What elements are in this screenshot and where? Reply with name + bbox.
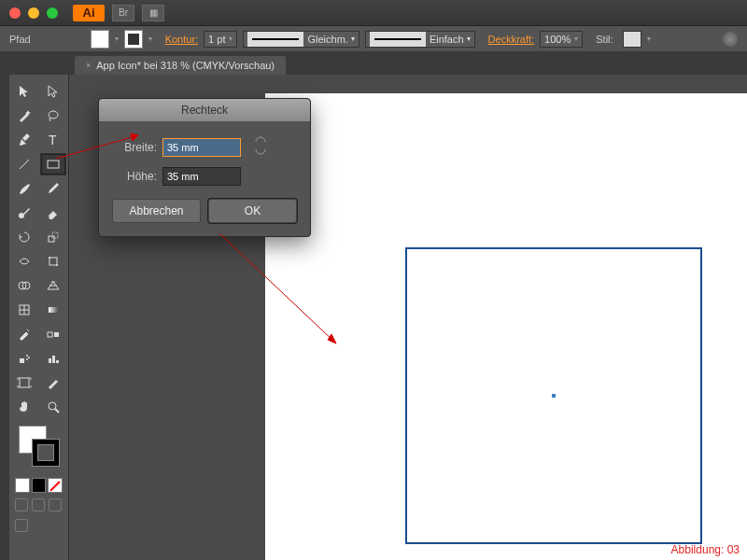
screen-mode-row xyxy=(9,515,68,536)
svg-point-9 xyxy=(56,264,58,266)
svg-line-27 xyxy=(55,409,59,413)
line-tool[interactable] xyxy=(11,153,38,175)
slice-tool[interactable] xyxy=(40,371,67,394)
eraser-tool[interactable] xyxy=(40,202,67,224)
svg-line-2 xyxy=(20,160,29,169)
svg-rect-17 xyxy=(54,332,59,337)
svg-rect-22 xyxy=(49,358,51,363)
lasso-tool[interactable] xyxy=(40,105,67,127)
titlebar: Ai Br ▦ xyxy=(0,0,747,26)
svg-marker-29 xyxy=(131,133,138,141)
stroke-profile-select[interactable]: Gleichm.▾ xyxy=(243,31,359,48)
svg-rect-16 xyxy=(48,332,52,337)
gradient-tool[interactable] xyxy=(40,299,67,321)
svg-rect-24 xyxy=(56,360,59,363)
selected-rectangle-shape[interactable] xyxy=(405,247,702,544)
dialog-title: Rechteck xyxy=(99,99,310,121)
width-input[interactable] xyxy=(162,138,241,157)
arrange-docs-button[interactable]: ▦ xyxy=(142,5,164,21)
selection-tool[interactable] xyxy=(11,80,38,103)
document-tab[interactable]: × App Icon* bei 318 % (CMYK/Vorschau) xyxy=(75,56,286,75)
stroke-weight-select[interactable]: 1 pt xyxy=(204,31,237,48)
mesh-tool[interactable] xyxy=(11,299,38,321)
fill-stroke-control[interactable] xyxy=(9,420,68,476)
artboard-tool[interactable] xyxy=(11,371,38,394)
zoom-tool[interactable] xyxy=(40,396,67,418)
stroke-weight-value: 1 pt xyxy=(208,34,225,45)
screen-mode-button[interactable] xyxy=(15,519,28,532)
eyedropper-tool[interactable] xyxy=(11,323,38,345)
svg-rect-7 xyxy=(49,258,57,265)
close-tab-icon[interactable]: × xyxy=(86,61,91,70)
svg-rect-6 xyxy=(52,232,58,238)
shape-builder-tool[interactable] xyxy=(11,274,38,297)
hand-tool[interactable] xyxy=(11,396,38,418)
blend-tool[interactable] xyxy=(40,323,67,345)
brush-preview-icon xyxy=(370,32,426,47)
height-label: Höhe: xyxy=(112,170,157,183)
color-mode-none[interactable] xyxy=(48,478,63,493)
free-transform-tool[interactable] xyxy=(40,250,67,273)
figure-caption: Abbildung: 03 xyxy=(671,543,740,556)
bridge-button[interactable]: Br xyxy=(112,5,134,21)
scale-tool[interactable] xyxy=(40,226,67,248)
constrain-proportions-icon[interactable] xyxy=(254,136,267,158)
window-controls xyxy=(9,7,58,19)
minimize-window-button[interactable] xyxy=(28,7,39,19)
svg-point-20 xyxy=(28,357,30,358)
stroke-color-icon[interactable] xyxy=(32,439,60,467)
stroke-dropdown-icon[interactable]: ▾ xyxy=(148,35,152,43)
stroke-label[interactable]: Kontur: xyxy=(165,34,198,45)
svg-marker-31 xyxy=(328,334,336,343)
color-mode-gradient[interactable] xyxy=(32,478,47,493)
svg-line-28 xyxy=(56,135,138,159)
control-bar: Pfad ▾ ▾ Kontur: 1 pt Gleichm.▾ Einfach▾… xyxy=(0,26,747,52)
paintbrush-tool[interactable] xyxy=(11,177,38,200)
draw-normal-button[interactable] xyxy=(15,498,28,511)
draw-inside-button[interactable] xyxy=(49,498,62,511)
svg-point-4 xyxy=(19,213,24,218)
svg-point-8 xyxy=(49,257,50,259)
direct-selection-tool[interactable] xyxy=(40,80,67,103)
close-window-button[interactable] xyxy=(9,7,21,19)
svg-rect-25 xyxy=(20,378,29,387)
svg-line-30 xyxy=(219,233,336,343)
maximize-window-button[interactable] xyxy=(47,7,58,19)
tab-title: App Icon* bei 318 % (CMYK/Vorschau) xyxy=(96,60,275,71)
annotation-arrow-2 xyxy=(219,233,345,355)
cancel-button[interactable]: Abbrechen xyxy=(112,199,201,223)
opacity-select[interactable]: 100% xyxy=(540,31,583,48)
stroke-swatch[interactable] xyxy=(124,30,143,49)
perspective-grid-tool[interactable] xyxy=(40,274,67,297)
svg-rect-15 xyxy=(49,307,58,313)
style-dropdown-icon[interactable]: ▾ xyxy=(647,35,651,43)
opacity-label[interactable]: Deckkraft: xyxy=(488,34,535,45)
stroke-preview-icon xyxy=(247,32,303,47)
cloud-sync-icon[interactable] xyxy=(723,32,738,47)
draw-behind-button[interactable] xyxy=(32,498,45,511)
width-tool[interactable] xyxy=(11,250,38,273)
magic-wand-tool[interactable] xyxy=(11,105,38,127)
app-logo: Ai xyxy=(73,5,105,21)
svg-point-19 xyxy=(26,355,28,357)
column-graph-tool[interactable] xyxy=(40,347,67,370)
fill-dropdown-icon[interactable]: ▾ xyxy=(115,35,119,43)
height-input[interactable] xyxy=(162,167,241,186)
style-select[interactable] xyxy=(623,31,641,48)
ok-button[interactable]: OK xyxy=(208,199,297,223)
fill-swatch[interactable] xyxy=(91,30,109,49)
svg-rect-23 xyxy=(52,356,55,363)
brush-select[interactable]: Einfach▾ xyxy=(365,31,475,48)
style-label: Stil: xyxy=(596,34,613,45)
symbol-sprayer-tool[interactable] xyxy=(11,347,38,370)
rotate-tool[interactable] xyxy=(11,226,38,248)
pencil-tool[interactable] xyxy=(40,177,67,200)
svg-rect-18 xyxy=(20,358,24,363)
pen-tool[interactable] xyxy=(11,129,38,151)
svg-rect-5 xyxy=(49,236,54,242)
svg-point-26 xyxy=(49,402,56,410)
center-point-icon xyxy=(552,394,556,398)
document-tab-bar: × App Icon* bei 318 % (CMYK/Vorschau) xyxy=(0,52,747,75)
blob-brush-tool[interactable] xyxy=(11,202,38,224)
color-mode-color[interactable] xyxy=(15,478,30,493)
